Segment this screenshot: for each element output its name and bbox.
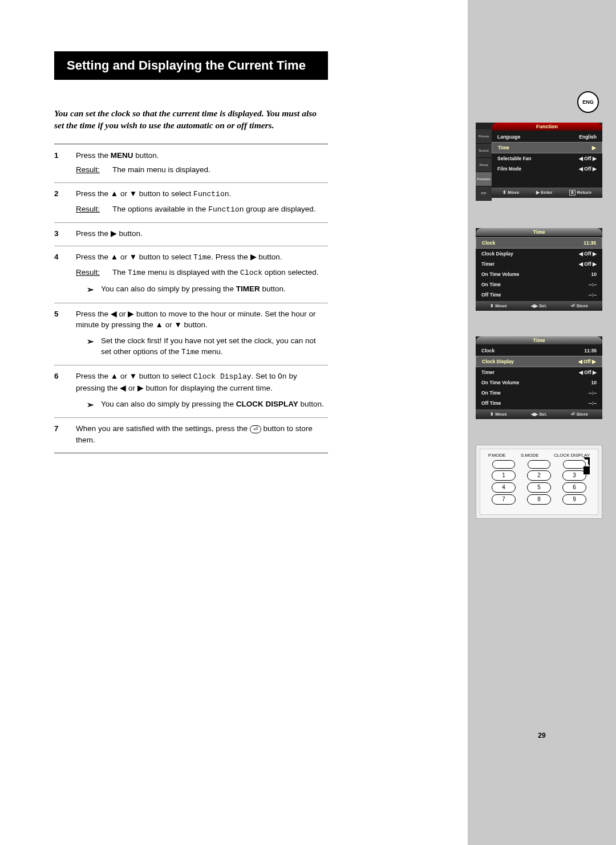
page-title: Setting and Displaying the Current Time <box>55 52 327 79</box>
remote-inner: P.MODE S.MODE CLOCK DISPLAY 1 2 3 4 5 <box>480 449 598 515</box>
step-5: 5 Press the ◀ or ▶ button to move to the… <box>54 303 328 365</box>
remote-button-smode[interactable] <box>528 460 550 469</box>
remote-button-5[interactable]: 5 <box>527 482 551 493</box>
result-label: Result: <box>76 164 106 176</box>
side-panel: ENG Picture Sound Setup Function PIP Fun… <box>468 0 616 845</box>
note-text: You can also do simply by pressing the C… <box>101 399 328 411</box>
step-text: When you are satisfied with the settings… <box>76 423 328 445</box>
step-number: 3 <box>54 228 71 239</box>
remote-button-pmode[interactable] <box>492 460 515 469</box>
step-text: Press the ▶ button. <box>76 228 328 239</box>
remote-button-2[interactable]: 2 <box>527 470 551 481</box>
step-text: Press the ▲ or ▼ button to select Clock … <box>76 371 328 393</box>
osd-row-value: 11:35 <box>584 348 597 354</box>
osd-row-ontime: On Time--:-- <box>476 388 602 398</box>
remote-button-9[interactable]: 9 <box>562 494 586 505</box>
osd-footer: ⬍ Move ▶ Enter Ⅲ Return <box>492 188 602 198</box>
osd-row-label: On Time Volume <box>481 380 519 385</box>
remote-button-4[interactable]: 4 <box>492 482 516 493</box>
osd-row-value: 10 <box>591 271 597 277</box>
step-body: Press the MENU button. Result: The main … <box>76 150 328 176</box>
osd-footer-return: Ⅲ Return <box>569 190 591 196</box>
remote-button-1[interactable]: 1 <box>492 470 516 481</box>
step-3: 3 Press the ▶ button. <box>54 222 328 246</box>
osd-row-label: Clock Display <box>481 251 513 257</box>
step-1: 1 Press the MENU button. Result: The mai… <box>54 143 328 182</box>
updown-icon: ⬍ <box>490 303 494 308</box>
osd-row-time: Time▶ <box>492 142 602 153</box>
osd-row-value: ◀ Off ▶ <box>579 261 597 267</box>
osd-title: Time <box>476 336 602 344</box>
osd-tab-function: Function <box>476 172 492 186</box>
remote-button-6[interactable]: 6 <box>562 482 586 493</box>
step-number: 6 <box>54 371 71 411</box>
osd-tab-setup: Setup <box>476 158 492 172</box>
osd-footer: ⬍ Move ◀▶ Sel. ⏎ Store <box>476 409 602 419</box>
store-button-icon: ⏎ <box>250 425 261 433</box>
osd-row-value: --:-- <box>589 390 597 396</box>
osd-row-volume: On Time Volume10 <box>476 377 602 388</box>
result-row: Result: The main menu is displayed. <box>76 164 328 176</box>
osd-row-label: Time <box>498 145 509 151</box>
step-2: 2 Press the ▲ or ▼ button to select Func… <box>54 182 328 222</box>
osd-row-value: English <box>579 134 597 140</box>
osd-footer-move: ⬍ Move <box>502 190 520 196</box>
result-text: The options available in the Function gr… <box>112 204 328 216</box>
osd-time-menu-1: Time Clock11:35 Clock Display◀ Off ▶ Tim… <box>476 228 602 311</box>
osd-row-label: On Time <box>481 390 501 396</box>
remote-button-3[interactable]: 3 <box>562 470 586 481</box>
title-block: Setting and Displaying the Current Time <box>54 51 328 80</box>
osd-footer-move: ⬍ Move <box>490 303 507 308</box>
remote-button-7[interactable]: 7 <box>492 494 516 505</box>
step-4: 4 Press the ▲ or ▼ button to select Time… <box>54 246 328 302</box>
osd-row-offtime: Off Time--:-- <box>476 398 602 408</box>
mono-text: Clock <box>240 269 262 277</box>
mono-text: On <box>278 372 287 381</box>
remote-row: 4 5 6 <box>486 482 592 493</box>
step-number: 2 <box>54 188 71 216</box>
note-text: Set the clock first! If you have not yet… <box>101 335 328 358</box>
note-arrow-icon: ➢ <box>76 335 93 358</box>
osd-footer-store: ⏎ Store <box>571 412 588 417</box>
osd-row-value: --:-- <box>589 292 597 298</box>
result-label: Result: <box>76 204 106 216</box>
return-icon: Ⅲ <box>569 190 576 196</box>
osd-row-label: Clock Display <box>482 359 514 364</box>
note-row: ➢ You can also do simply by pressing the… <box>76 399 328 411</box>
osd-title: Time <box>476 228 602 236</box>
osd-row-fan: Selectable Fan◀ Off ▶ <box>492 153 602 164</box>
osd-row-value: ◀ Off ▶ <box>579 166 597 172</box>
page-number: 29 <box>468 732 616 740</box>
remote-labels: P.MODE S.MODE CLOCK DISPLAY <box>486 453 592 458</box>
note-arrow-icon: ➢ <box>76 283 93 296</box>
step-body: Press the ▶ button. <box>76 228 328 239</box>
updown-icon: ⬍ <box>502 190 506 195</box>
result-row: Result: The Time menu is displayed with … <box>76 267 328 279</box>
osd-footer-sel: ◀▶ Sel. <box>531 303 547 308</box>
osd-row-value: 11:35 <box>583 240 596 246</box>
result-text: The Time menu is displayed with the Cloc… <box>112 267 328 279</box>
remote-label-pmode: P.MODE <box>488 453 506 458</box>
remote-label-smode: S.MODE <box>521 453 539 458</box>
osd-row-timer: Timer◀ Off ▶ <box>476 367 602 377</box>
osd-row-label: Off Time <box>481 292 501 298</box>
store-icon: ⏎ <box>571 412 575 417</box>
osd-row-offtime: Off Time--:-- <box>476 290 602 300</box>
osd-row-timer: Timer◀ Off ▶ <box>476 259 602 269</box>
osd-row-ontime: On Time--:-- <box>476 279 602 290</box>
osd-row-value: --:-- <box>589 400 597 406</box>
leftright-icon: ◀▶ <box>531 303 538 308</box>
mono-text: Clock Display <box>193 372 251 381</box>
step-text: Press the ◀ or ▶ button to move to the h… <box>76 308 328 331</box>
step-body: When you are satisfied with the settings… <box>76 423 328 445</box>
remote-button-8[interactable]: 8 <box>527 494 551 505</box>
pointer-wedge-block <box>583 466 590 474</box>
remote-button-clockdisplay[interactable] <box>563 460 586 469</box>
step-text: Press the MENU button. <box>76 150 328 161</box>
right-icon: ▶ <box>536 190 540 195</box>
osd-body: LanguageEnglish Time▶ Selectable Fan◀ Of… <box>492 131 602 188</box>
remote-row <box>486 460 592 469</box>
osd-title: Function <box>492 123 602 131</box>
step-body: Press the ▲ or ▼ button to select Functi… <box>76 188 328 216</box>
osd-row-value: 10 <box>591 380 597 385</box>
